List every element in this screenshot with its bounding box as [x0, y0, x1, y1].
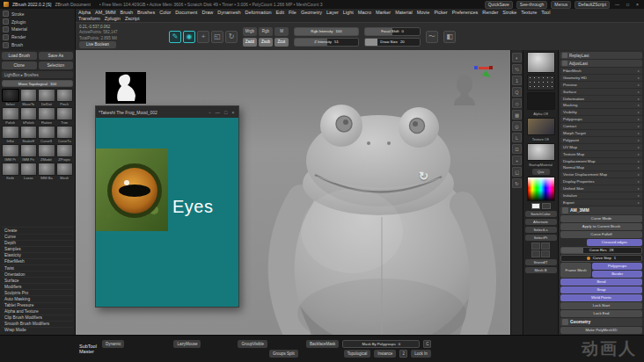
menu-item[interactable]: Stroke: [502, 10, 516, 16]
menu-item[interactable]: Preferences: [452, 10, 479, 16]
brush-subpalette-row[interactable]: Clip Brush Modifiers: [2, 315, 73, 321]
tool-subpalette-row[interactable]: Initialize ▸: [560, 192, 642, 199]
alt-color-swatch[interactable]: [542, 203, 551, 209]
menu-item[interactable]: Light: [343, 10, 354, 16]
actual-size-icon[interactable]: 1: [512, 76, 522, 85]
replay-last-button[interactable]: ReplayLast: [560, 52, 642, 59]
rotate-icon[interactable]: ↻: [225, 31, 238, 43]
paint-mode-button[interactable]: M: [274, 27, 289, 36]
frame-polygroups-button[interactable]: Polygroups: [592, 263, 642, 270]
draw-size-slider[interactable]: Draw Size 20: [364, 38, 421, 47]
selection-button[interactable]: Selection: [39, 62, 74, 69]
palette-tab-stroke[interactable]: Stroke: [3, 11, 72, 18]
floor-grid-icon[interactable]: ▦: [512, 110, 522, 119]
menu-item[interactable]: Deformation: [245, 10, 272, 16]
menu-item[interactable]: Tool: [541, 10, 550, 16]
brush-item[interactable]: Select: [2, 89, 19, 106]
brush-subpalette-row[interactable]: FiberMesh: [2, 258, 73, 264]
brush-item[interactable]: SnakeH: [20, 126, 38, 143]
menu-item[interactable]: File: [289, 10, 296, 16]
scale-canvas-icon[interactable]: ◱: [512, 167, 522, 177]
menu-item[interactable]: Dynamesh: [217, 10, 240, 16]
stroke-shelf-icon[interactable]: 〜: [426, 31, 438, 43]
c-toggle[interactable]: C: [423, 340, 431, 348]
brush-subpalette-row[interactable]: Surface: [2, 277, 73, 283]
menu-item[interactable]: Edit: [276, 10, 284, 16]
brush-item[interactable]: Trim: [56, 107, 74, 125]
window-control-icon[interactable]: □: [625, 2, 631, 7]
menu-item[interactable]: Marker: [376, 10, 391, 16]
current-alpha-thumbnail[interactable]: [527, 92, 555, 110]
palette-tab-zplugin[interactable]: Zplugin: [3, 18, 72, 25]
paint-mode-button[interactable]: Rgb: [259, 27, 273, 36]
menu-item[interactable]: Picker: [434, 10, 447, 16]
color-picker[interactable]: [527, 177, 555, 201]
palette-tab-brush[interactable]: Brush: [3, 41, 72, 48]
rotate-canvas-icon[interactable]: ↻: [512, 178, 522, 188]
creased-edges-button[interactable]: Creased edges: [587, 239, 642, 246]
brush-item[interactable]: CurveTu: [56, 126, 74, 143]
lock-in-button[interactable]: Lock In: [411, 350, 431, 358]
select-point-button[interactable]: SelectPt: [525, 235, 557, 241]
brush-subpalette-row[interactable]: Curve: [2, 234, 73, 240]
mini-icon[interactable]: [541, 243, 550, 250]
brush-item[interactable]: Mesh: [56, 163, 74, 180]
tool-subpalette-row[interactable]: Masking ▸: [560, 102, 642, 108]
focal-shift-slider[interactable]: Focal Shift 0: [364, 27, 421, 36]
lock-start-button[interactable]: Lock Start: [560, 302, 642, 309]
mini-icon[interactable]: [541, 250, 550, 257]
reference-window-control-icon[interactable]: ×: [231, 110, 236, 115]
menu-item[interactable]: Texture: [521, 10, 537, 16]
tool-subpalette-row[interactable]: Unified Skin ▸: [560, 185, 642, 192]
menu-item[interactable]: Brushes: [137, 10, 155, 16]
local-transform-icon[interactable]: ◎: [512, 121, 522, 131]
geometry-header[interactable]: Geometry: [560, 318, 642, 326]
tool-subpalette-row[interactable]: UV Map ▸: [560, 144, 642, 150]
brush-subpalette-row[interactable]: Modifiers: [2, 283, 73, 289]
tool-subpalette-row[interactable]: Texture Map ▸: [560, 151, 642, 157]
curve-step-slider[interactable]: Curve Step 1: [560, 255, 642, 262]
lightbox-brushes-link[interactable]: LightBox ▸ Brushes: [2, 71, 73, 78]
frame-border-button[interactable]: Border: [592, 271, 642, 278]
titlebar-button[interactable]: QuickSave: [485, 1, 513, 9]
reference-image-window[interactable]: *Takeshi The Frog_Mood_002 ◦—□×: [95, 105, 239, 308]
palette-tab-material[interactable]: Material: [3, 26, 72, 33]
current-tool-thumbnail[interactable]: [527, 52, 555, 73]
brush-item[interactable]: CurveS: [38, 126, 55, 143]
main-color-swatch[interactable]: [531, 203, 540, 209]
frame-mesh-button[interactable]: Frame Mesh: [560, 263, 591, 278]
sculpt-mode-button[interactable]: Zcut: [274, 38, 289, 47]
tool-subpalette-row[interactable]: Polygroups ▸: [560, 116, 642, 122]
menu-item[interactable]: Transform: [78, 16, 100, 22]
menu-item[interactable]: Render: [482, 10, 498, 16]
document-canvas[interactable]: ↻ *Takeshi The Frog_Mood_002 ◦—□×: [76, 50, 510, 335]
brush-item[interactable]: ZProjec: [56, 144, 74, 162]
brush-subpalette-row[interactable]: Elasticity: [2, 252, 73, 258]
brush-item[interactable]: Inflat: [2, 126, 19, 143]
tool-subpalette-row[interactable]: Deformation ▸: [560, 96, 642, 102]
tool-subpalette-row[interactable]: Geometry HD ▸: [560, 75, 642, 81]
tool-subpalette-row[interactable]: Normal Map ▸: [560, 164, 642, 170]
mini-icon[interactable]: [531, 250, 540, 257]
menu-item[interactable]: Draw: [201, 10, 213, 16]
tool-subpalette-row[interactable]: Export ▸: [560, 199, 642, 206]
window-control-icon[interactable]: ×: [634, 2, 640, 7]
bend-button[interactable]: Bend: [560, 279, 642, 286]
move-icon[interactable]: +: [197, 31, 209, 43]
titlebar-button[interactable]: DefaultZScript: [574, 1, 610, 9]
adjust-last-button[interactable]: AdjustLast: [560, 60, 642, 67]
zoom-icon[interactable]: Q: [512, 87, 522, 97]
menu-item[interactable]: Geometry: [301, 10, 322, 16]
tool-subpalette-row[interactable]: Surface ▸: [560, 89, 642, 95]
alpha-reference-thumbnail[interactable]: [106, 72, 146, 104]
menu-item[interactable]: Material: [395, 10, 413, 16]
frame-icon[interactable]: ⊡: [512, 144, 522, 154]
dynamic-button[interactable]: Dynamic: [102, 340, 125, 348]
menu-item[interactable]: Zplugin: [105, 16, 121, 22]
brush-item[interactable]: MoveTo: [20, 89, 38, 106]
alpha-shelf-icon[interactable]: ◧: [443, 31, 456, 43]
lazymouse-button[interactable]: LazyMouse: [173, 340, 201, 348]
alternate-button[interactable]: Alternate: [525, 219, 557, 225]
brush-item[interactable]: Lasso: [20, 163, 38, 180]
subtool-master-button[interactable]: SubTool Master: [79, 344, 97, 355]
